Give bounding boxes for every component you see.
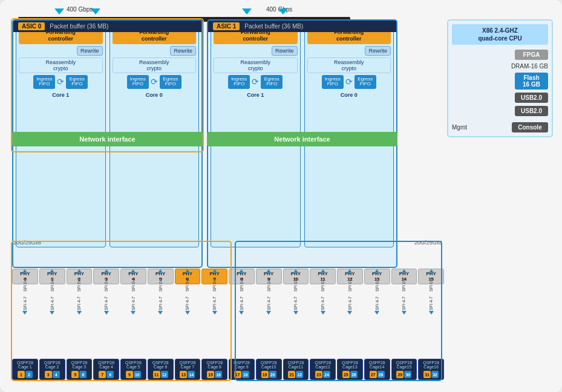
qsfp-cage-13: QSFP28Cage142728 bbox=[364, 359, 390, 380]
qsfp-cage-3: QSFP28Cage 478 bbox=[93, 359, 119, 380]
asic1-core0-cycle: ⟳ bbox=[345, 77, 353, 87]
sfi-col-0: SFI 0-3SFI 4-7 bbox=[12, 269, 38, 315]
sfi-label-top-3: SFI 0-3 bbox=[104, 273, 108, 292]
bandwidth-label-left: 400 Gbps bbox=[67, 6, 93, 13]
sfi-arrow-up-1 bbox=[50, 269, 54, 273]
port-24: 24 bbox=[323, 371, 330, 378]
qsfp-cage-2: QSFP28Cage 356 bbox=[67, 359, 93, 380]
port-2: 2 bbox=[25, 371, 33, 378]
port-26: 26 bbox=[350, 371, 358, 378]
qsfp-ports-9: 1920 bbox=[257, 371, 281, 378]
port-21: 21 bbox=[288, 371, 295, 378]
fpga-row: FPGA bbox=[452, 50, 548, 60]
sfi-label-top-9: SFI 0-3 bbox=[267, 273, 271, 292]
port-23: 23 bbox=[315, 371, 322, 378]
port-22: 22 bbox=[296, 371, 303, 378]
arrow-col-1 bbox=[54, 6, 64, 15]
sfi-arrow-up-14 bbox=[402, 269, 407, 273]
port-31: 31 bbox=[423, 371, 431, 378]
speed-label-left: 20G/25Gx8 bbox=[13, 240, 41, 246]
sfi-label-top-1: SFI 0-3 bbox=[50, 273, 54, 292]
qsfp-ports-11: 2324 bbox=[311, 371, 335, 378]
sfi-label-bot-5: SFI 4-7 bbox=[158, 292, 163, 310]
port-8: 8 bbox=[106, 371, 114, 378]
port-9: 9 bbox=[126, 371, 133, 378]
qsfp-cage-12: QSFP28Cage132526 bbox=[337, 359, 363, 380]
asic0-core0-fifo-row: IngressFIFO ⟳ EgressFIFO bbox=[113, 75, 197, 90]
sfi-arrow-down-3 bbox=[104, 311, 109, 315]
arrow-col-4 bbox=[278, 6, 288, 15]
arrow-down-4 bbox=[278, 8, 288, 15]
sfi-section: SFI 0-3SFI 4-7SFI 0-3SFI 4-7SFI 0-3SFI 4… bbox=[12, 269, 444, 315]
qsfp-cage-0: QSFP28Cage 112 bbox=[12, 359, 38, 380]
asic0-core0-reassembly: Reassemblycrypto bbox=[113, 57, 197, 73]
sfi-arrow-down-9 bbox=[266, 311, 271, 315]
sfi-arrow-up-0 bbox=[22, 269, 27, 273]
arrow-down-3 bbox=[242, 8, 252, 15]
sfi-col-2: SFI 0-3SFI 4-7 bbox=[67, 269, 93, 315]
qsfp-ports-0: 12 bbox=[13, 371, 37, 378]
asic1-core0-rewrite: Rewrite bbox=[365, 46, 391, 56]
qsfp-row: QSFP28Cage 112QSFP28Cage 234QSFP28Cage 3… bbox=[12, 359, 444, 380]
qsfp-cage-8: QSFP28Cage 91718 bbox=[229, 359, 255, 380]
sfi-label-bot-6: SFI 4-7 bbox=[185, 292, 189, 310]
console-chip: Console bbox=[512, 122, 548, 132]
asic0-core1-rewrite: Rewrite bbox=[77, 46, 103, 56]
port-17: 17 bbox=[234, 371, 241, 378]
qsfp-ports-7: 1516 bbox=[203, 371, 226, 378]
qsfp-title-12: QSFP28Cage13 bbox=[338, 361, 362, 370]
sfi-arrow-up-8 bbox=[239, 269, 244, 273]
qsfp-title-6: QSFP28Cage 7 bbox=[176, 361, 200, 370]
asic0-core1-ingress: IngressFIFO bbox=[33, 75, 55, 90]
qsfp-ports-5: 1112 bbox=[149, 371, 172, 378]
port-29: 29 bbox=[396, 371, 404, 378]
sfi-arrow-down-11 bbox=[321, 311, 325, 315]
asic1-core1-ingress: IngressFIFO bbox=[228, 75, 250, 90]
usb1-chip: USB2.0 bbox=[515, 93, 548, 103]
qsfp-section: QSFP28Cage 112QSFP28Cage 234QSFP28Cage 3… bbox=[12, 359, 444, 380]
flash-row: Flash16 GB bbox=[452, 73, 548, 90]
asic1-core1-reassembly: Reassemblycrypto bbox=[214, 57, 298, 73]
sfi-label-top-11: SFI 0-3 bbox=[321, 273, 325, 292]
sfi-col-10: SFI 0-3SFI 4-7 bbox=[283, 269, 309, 315]
asic0-core1-reassembly: Reassemblycrypto bbox=[19, 57, 103, 73]
qsfp-ports-4: 910 bbox=[122, 371, 145, 378]
qsfp-ports-10: 2122 bbox=[284, 371, 308, 378]
asic1-core1-fifo-row: IngressFIFO ⟳ EgressFIFO bbox=[214, 75, 298, 90]
port-25: 25 bbox=[342, 371, 350, 378]
sfi-arrow-down-12 bbox=[347, 311, 352, 315]
port-30: 30 bbox=[404, 371, 411, 378]
port-7: 7 bbox=[99, 371, 106, 378]
qsfp-cage-11: QSFP28Cage122324 bbox=[310, 359, 336, 380]
speed-label-right: 20G/25Gx8 bbox=[414, 240, 442, 246]
port-27: 27 bbox=[370, 371, 377, 378]
sfi-arrow-down-7 bbox=[212, 311, 217, 315]
asic0-core0-cycle: ⟳ bbox=[151, 77, 158, 87]
qsfp-cage-6: QSFP28Cage 71314 bbox=[175, 359, 201, 380]
port-6: 6 bbox=[79, 371, 87, 378]
asic0-header: ASIC 0 Packet buffer (36 MB) bbox=[13, 21, 201, 32]
qsfp-cage-9: QSFP28Cage101920 bbox=[256, 359, 282, 380]
qsfp-cage-4: QSFP28Cage 5910 bbox=[120, 359, 146, 380]
sfi-label-top-2: SFI 0-3 bbox=[77, 273, 81, 292]
qsfp-title-4: QSFP28Cage 5 bbox=[122, 361, 145, 370]
sfi-arrow-down-4 bbox=[131, 311, 136, 315]
sfi-arrow-down-1 bbox=[50, 311, 54, 315]
asic1-core0-egress: EgressFIFO bbox=[355, 75, 376, 90]
fpga-chip: FPGA bbox=[515, 50, 548, 60]
sfi-col-9: SFI 0-3SFI 4-7 bbox=[256, 269, 282, 315]
qsfp-title-3: QSFP28Cage 4 bbox=[94, 361, 118, 370]
sfi-arrow-down-15 bbox=[429, 311, 434, 315]
asic0-core0-egress: EgressFIFO bbox=[160, 75, 181, 90]
qsfp-ports-14: 2930 bbox=[393, 371, 416, 378]
sfi-col-4: SFI 0-3SFI 4-7 bbox=[120, 269, 146, 315]
mgmt-label: Mgmt bbox=[452, 124, 467, 131]
qsfp-ports-15: 3132 bbox=[419, 371, 443, 378]
sfi-label-bot-1: SFI 4-7 bbox=[50, 292, 54, 310]
mgmt-row: Mgmt Console bbox=[452, 122, 548, 132]
asic0-label: ASIC 0 bbox=[18, 22, 45, 30]
sfi-arrow-down-13 bbox=[374, 311, 379, 315]
sfi-label-bot-3: SFI 4-7 bbox=[104, 292, 108, 310]
sfi-label-bot-11: SFI 4-7 bbox=[321, 292, 325, 310]
sfi-arrow-up-4 bbox=[131, 269, 136, 273]
